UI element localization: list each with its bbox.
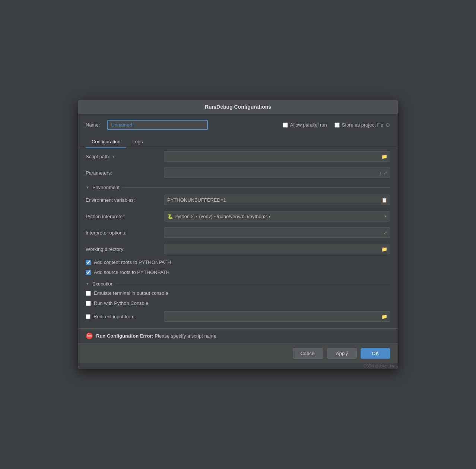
- error-prefix: Run Configuration Error:: [96, 333, 153, 339]
- header-options: Allow parallel run Store as project file…: [283, 122, 390, 128]
- name-label: Name:: [86, 122, 100, 128]
- redirect-input-row: Redirect input from: 📁: [86, 308, 390, 325]
- ok-button[interactable]: OK: [361, 348, 390, 359]
- env-variables-row: Environment variables: 📋: [86, 192, 390, 208]
- apply-button[interactable]: Apply: [327, 348, 357, 359]
- parameters-icons: + ⤢: [379, 170, 387, 176]
- working-directory-label: Working directory:: [86, 246, 160, 252]
- gear-icon[interactable]: ⚙: [385, 122, 390, 128]
- python-interpreter-row: Python interpreter: 🐍 Python 2.7 (venv) …: [86, 208, 390, 224]
- script-path-input[interactable]: [164, 151, 390, 162]
- execution-collapse-icon[interactable]: ▼: [86, 282, 89, 286]
- add-content-roots-label: Add content roots to PYTHONPATH: [94, 259, 171, 265]
- add-content-roots-checkbox[interactable]: [86, 260, 91, 265]
- tab-configuration[interactable]: Configuration: [86, 136, 126, 148]
- tabs-bar: Configuration Logs: [78, 136, 398, 148]
- store-project-group: Store as project file ⚙: [334, 122, 390, 128]
- emulate-terminal-row: Emulate terminal in output console: [86, 288, 390, 298]
- allow-parallel-group: Allow parallel run: [283, 122, 327, 128]
- expand-icon: ⤢: [383, 170, 387, 176]
- env-variables-label: Environment variables:: [86, 197, 160, 203]
- interpreter-options-input-wrap: ⤢: [164, 227, 390, 238]
- working-directory-input-wrap: 📁: [164, 244, 390, 254]
- execution-section-header: ▼ Execution: [86, 277, 390, 288]
- python-interpreter-select-wrap: 🐍 Python 2.7 (venv) ~/ruihe/venv/bin/pyt…: [164, 211, 390, 221]
- plus-icon: +: [379, 170, 382, 176]
- dialog-title: Run/Debug Configurations: [78, 100, 398, 114]
- script-path-label: Script path:: [86, 154, 110, 159]
- add-content-roots-row: Add content roots to PYTHONPATH: [86, 257, 390, 267]
- redirect-input-input-wrap: 📁: [164, 311, 390, 322]
- env-variables-input-wrap: 📋: [164, 195, 390, 205]
- script-path-input-wrap: 📁: [164, 151, 390, 162]
- script-path-dropdown-icon[interactable]: ▼: [112, 154, 115, 159]
- watermark: CSDN @Joker_iuv: [78, 363, 398, 369]
- python-interpreter-select[interactable]: 🐍 Python 2.7 (venv) ~/ruihe/venv/bin/pyt…: [164, 211, 390, 221]
- emulate-terminal-checkbox[interactable]: [86, 291, 91, 296]
- env-variables-input[interactable]: [164, 195, 390, 205]
- run-debug-dialog: Run/Debug Configurations Name: Allow par…: [78, 100, 398, 369]
- allow-parallel-checkbox[interactable]: [283, 122, 288, 128]
- execution-section-label: Execution: [92, 281, 114, 287]
- redirect-input-input[interactable]: [164, 311, 390, 322]
- working-directory-input[interactable]: [164, 244, 390, 254]
- parameters-input[interactable]: [164, 168, 390, 178]
- parameters-row: Parameters: + ⤢: [86, 165, 390, 181]
- add-source-roots-label: Add source roots to PYTHONPATH: [94, 269, 169, 275]
- error-icon: ⛔: [86, 332, 93, 339]
- dialog-body: Script path: ▼ 📁 Parameters: + ⤢ ▼ Envir…: [78, 148, 398, 328]
- cancel-button[interactable]: Cancel: [293, 348, 323, 359]
- environment-section-label: Environment: [92, 185, 120, 190]
- allow-parallel-label: Allow parallel run: [290, 122, 327, 128]
- error-text: Run Configuration Error: Please specify …: [96, 333, 216, 339]
- error-bar: ⛔ Run Configuration Error: Please specif…: [78, 328, 398, 343]
- run-python-console-checkbox[interactable]: [86, 301, 91, 306]
- tab-logs[interactable]: Logs: [126, 136, 149, 148]
- working-directory-row: Working directory: 📁: [86, 241, 390, 257]
- python-interpreter-label: Python interpreter:: [86, 214, 160, 219]
- redirect-input-label: Redirect input from:: [93, 314, 136, 319]
- parameters-label: Parameters:: [86, 170, 160, 176]
- run-python-console-label: Run with Python Console: [94, 300, 148, 306]
- name-input[interactable]: [107, 120, 208, 130]
- interpreter-options-row: Interpreter options: ⤢: [86, 224, 390, 241]
- dialog-footer: Cancel Apply OK: [78, 343, 398, 363]
- dialog-header: Name: Allow parallel run Store as projec…: [78, 114, 398, 133]
- run-python-console-row: Run with Python Console: [86, 298, 390, 308]
- add-source-roots-row: Add source roots to PYTHONPATH: [86, 267, 390, 277]
- interpreter-options-label: Interpreter options:: [86, 230, 160, 236]
- store-project-checkbox[interactable]: [334, 122, 340, 128]
- redirect-input-checkbox[interactable]: [86, 314, 91, 319]
- interpreter-options-input[interactable]: [164, 227, 390, 238]
- script-path-label-wrap: Script path: ▼: [86, 154, 160, 159]
- add-source-roots-checkbox[interactable]: [86, 270, 91, 275]
- store-project-label: Store as project file: [342, 122, 383, 128]
- emulate-terminal-label: Emulate terminal in output console: [94, 290, 168, 296]
- environment-section-header: ▼ Environment: [86, 181, 390, 192]
- environment-collapse-icon[interactable]: ▼: [86, 185, 89, 189]
- script-path-row: Script path: ▼ 📁: [86, 148, 390, 165]
- parameters-input-wrap: + ⤢: [164, 168, 390, 178]
